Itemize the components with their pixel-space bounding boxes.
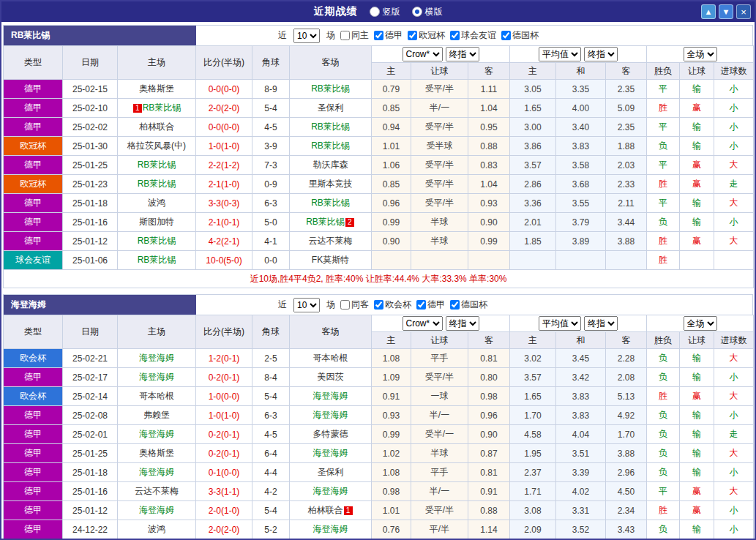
league-filter-3-checkbox[interactable] bbox=[501, 31, 511, 40]
bookmaker-select[interactable]: Crow* bbox=[403, 47, 443, 61]
score-cell: 2-2(1-2) bbox=[196, 156, 252, 175]
team-text: 勒沃库森 bbox=[313, 160, 348, 170]
scope-select[interactable]: 全场 bbox=[684, 47, 717, 61]
average-select[interactable]: 平均值 bbox=[539, 47, 581, 61]
bookmaker-select[interactable]: Crow* bbox=[403, 316, 443, 331]
scope-select[interactable]: 全场 bbox=[684, 316, 717, 331]
home-team-cell: 海登海姆 bbox=[118, 501, 196, 520]
league-filter-2[interactable]: 球会友谊 bbox=[450, 29, 496, 42]
away-team-cell: 哥本哈根 bbox=[290, 349, 372, 368]
result-outcome-cell: 负 bbox=[647, 425, 680, 444]
avg-away-odds-cell: 1.88 bbox=[606, 137, 647, 156]
team-text: 海登海姆 bbox=[139, 429, 174, 439]
sub-column-header-4: 和 bbox=[556, 63, 606, 80]
corners-cell: 2-5 bbox=[252, 349, 290, 368]
crow-handicap-cell: 受半/一 bbox=[411, 425, 468, 444]
same-side-filter-checkbox[interactable] bbox=[340, 31, 350, 40]
result-outcome-cell: 平 bbox=[647, 156, 680, 175]
avg-draw-odds-cell: 3.58 bbox=[556, 156, 606, 175]
league-filter-2[interactable]: 德国杯 bbox=[450, 299, 487, 311]
crow-home-odds-cell bbox=[372, 251, 411, 270]
match-date-cell: 25-01-30 bbox=[63, 137, 118, 156]
close-icon: × bbox=[741, 7, 746, 18]
league-filter-1-checkbox[interactable] bbox=[416, 300, 426, 310]
avg-home-odds-cell: 2.86 bbox=[510, 175, 556, 194]
league-filter-1[interactable]: 德甲 bbox=[416, 299, 445, 311]
result-outcome-cell: 负 bbox=[647, 213, 680, 232]
home-team-cell: 奥格斯堡 bbox=[118, 444, 196, 463]
average-select[interactable]: 平均值 bbox=[539, 316, 581, 331]
match-date-cell: 25-02-14 bbox=[63, 387, 118, 406]
match-row: 德甲24-12-22波鸿2-0(2-0)5-2海登海姆0.76平/半1.142.… bbox=[4, 520, 754, 539]
score-cell: 2-0(2-0) bbox=[196, 99, 252, 118]
team-text: RB莱比锡 bbox=[311, 198, 350, 208]
column-header-4: 角球 bbox=[252, 46, 290, 80]
league-filter-3[interactable]: 德国杯 bbox=[501, 29, 539, 42]
crow-away-odds-cell: 0.81 bbox=[468, 463, 510, 482]
layout-radio-horizontal[interactable]: 横版 bbox=[412, 6, 443, 18]
team-name: 海登海姆 bbox=[4, 295, 196, 315]
score-cell: 0-0(0-0) bbox=[196, 118, 252, 137]
crow-away-odds-cell: 1.11 bbox=[468, 80, 510, 99]
avg-home-odds-cell: 3.36 bbox=[510, 194, 556, 213]
result-handicap-cell: 输 bbox=[680, 368, 714, 387]
match-date-cell: 25-01-06 bbox=[63, 251, 118, 270]
same-side-filter[interactable]: 同客 bbox=[340, 299, 369, 311]
match-date-cell: 25-01-16 bbox=[63, 213, 118, 232]
crow-away-odds-cell: 0.83 bbox=[468, 156, 510, 175]
recent-label: 近 bbox=[278, 29, 287, 42]
sub-column-header-0: 主 bbox=[372, 332, 411, 349]
close-button[interactable]: × bbox=[736, 4, 751, 19]
avg-draw-odds-cell: 3.40 bbox=[556, 118, 606, 137]
checkbox-label: 球会友谊 bbox=[461, 29, 496, 42]
final-index-select[interactable]: 终指 bbox=[446, 316, 479, 331]
crow-home-odds-cell: 0.99 bbox=[372, 213, 411, 232]
league-filter-2-checkbox[interactable] bbox=[450, 31, 460, 40]
crow-handicap-cell: 一球 bbox=[411, 387, 468, 406]
same-side-filter-checkbox[interactable] bbox=[340, 300, 350, 310]
away-team-cell: 圣保利 bbox=[290, 463, 372, 482]
league-filter-0[interactable]: 欧会杯 bbox=[374, 299, 411, 311]
match-row: 欧会杯25-02-21海登海姆1-2(0-1)2-5哥本哈根1.08平手0.81… bbox=[4, 349, 754, 368]
league-type-cell: 德甲 bbox=[4, 99, 63, 118]
crow-handicap-cell: 平手 bbox=[411, 349, 468, 368]
up-arrow-icon: ▲ bbox=[705, 7, 713, 16]
crow-handicap-cell: 平/半 bbox=[411, 520, 468, 539]
average-odds-group: 平均值终指 bbox=[510, 46, 647, 63]
result-handicap-cell bbox=[680, 251, 714, 270]
sub-column-header-5: 客 bbox=[606, 332, 647, 349]
avg-away-odds-cell: 2.11 bbox=[606, 194, 647, 213]
league-filter-0-checkbox[interactable] bbox=[374, 300, 383, 310]
league-filter-2-checkbox[interactable] bbox=[450, 300, 460, 310]
avg-away-odds-cell: 2.08 bbox=[606, 368, 647, 387]
final-index-select[interactable]: 终指 bbox=[584, 47, 618, 61]
avg-draw-odds-cell: 3.35 bbox=[556, 80, 606, 99]
league-filter-1-checkbox[interactable] bbox=[408, 31, 417, 40]
away-team-cell: 柏林联合1 bbox=[290, 501, 372, 520]
league-filter-1[interactable]: 欧冠杯 bbox=[408, 29, 445, 42]
result-handicap-cell: 输 bbox=[680, 349, 714, 368]
league-filter-0-checkbox[interactable] bbox=[374, 31, 383, 40]
final-index-select[interactable]: 终指 bbox=[446, 47, 479, 61]
final-index-select[interactable]: 终指 bbox=[584, 316, 618, 331]
match-date-cell: 25-01-25 bbox=[63, 156, 118, 175]
same-side-filter[interactable]: 同主 bbox=[340, 29, 369, 42]
crow-away-odds-cell: 0.90 bbox=[468, 213, 510, 232]
result-handicap-cell: 输 bbox=[680, 406, 714, 425]
layout-radio-vertical[interactable]: 竖版 bbox=[370, 6, 400, 18]
team-text: 波鸿 bbox=[148, 198, 165, 208]
crow-handicap-cell: 半/一 bbox=[411, 99, 468, 118]
score-cell: 0-1(0-0) bbox=[196, 463, 252, 482]
avg-draw-odds-cell: 3.51 bbox=[556, 444, 606, 463]
corners-cell: 3-9 bbox=[252, 137, 290, 156]
match-row: 德甲25-01-25RB莱比锡2-2(1-2)7-3勒沃库森1.06受平/半0.… bbox=[4, 156, 754, 175]
match-row: 德甲25-01-16云达不莱梅3-3(1-1)4-2海登海姆0.98半/一0.9… bbox=[4, 482, 754, 501]
recent-count-select[interactable]: 10 bbox=[293, 298, 320, 312]
avg-away-odds-cell: 4.50 bbox=[606, 482, 647, 501]
recent-count-select[interactable]: 10 bbox=[293, 29, 320, 43]
league-filter-0[interactable]: 德甲 bbox=[374, 29, 403, 42]
home-team-cell: RB莱比锡 bbox=[118, 156, 196, 175]
result-handicap-cell: 输 bbox=[680, 118, 714, 137]
scroll-down-button[interactable]: ▼ bbox=[719, 4, 733, 19]
scroll-up-button[interactable]: ▲ bbox=[701, 4, 716, 19]
